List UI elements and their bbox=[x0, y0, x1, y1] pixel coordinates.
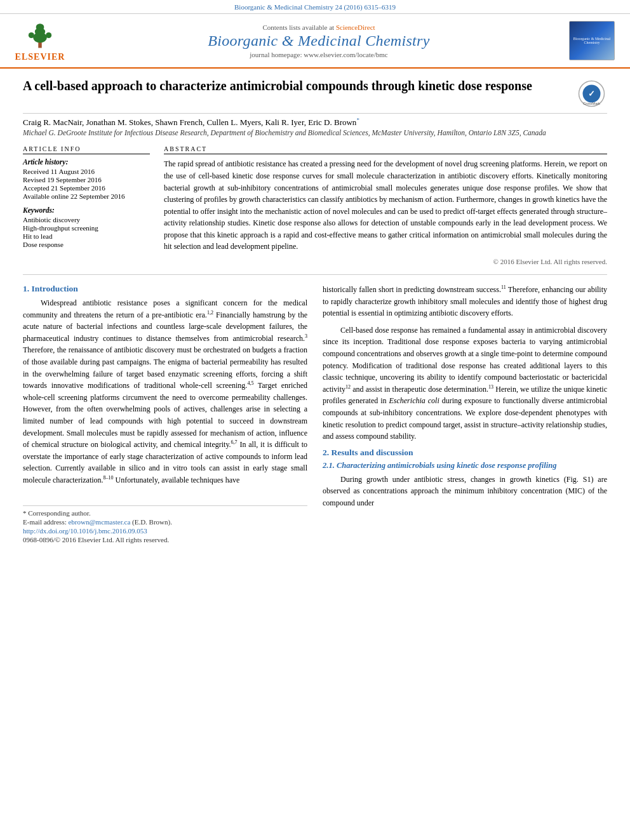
sup-3: 4,5 bbox=[247, 380, 253, 386]
abstract-label: ABSTRACT bbox=[164, 145, 607, 154]
accepted-date: Accepted 21 September 2016 bbox=[23, 184, 150, 192]
right-intro-para2: Cell-based dose response has remained a … bbox=[323, 324, 607, 443]
sup-5: 8–10 bbox=[104, 475, 114, 481]
results-heading: 2. Results and discussion bbox=[323, 448, 607, 458]
email-link[interactable]: ebrown@mcmaster.ca bbox=[68, 518, 130, 526]
cover-label: Bioorganic & Medicinal Chemistry bbox=[571, 37, 613, 44]
left-body-col: 1. Introduction Widespread antibiotic re… bbox=[23, 284, 307, 543]
elsevier-logo: ELSEVIER bbox=[11, 19, 69, 62]
available-date: Available online 22 September 2016 bbox=[23, 192, 150, 200]
keyword-2: High-throughput screening bbox=[23, 224, 150, 232]
sup-r3: 13 bbox=[488, 384, 493, 390]
results-subheading: 2.1. Characterizing antimicrobials using… bbox=[323, 461, 607, 470]
crossmark-badge[interactable]: ✓ CrossMark bbox=[575, 77, 607, 109]
svg-point-4 bbox=[29, 32, 34, 38]
info-abstract-section: ARTICLE INFO Article history: Received 1… bbox=[23, 142, 607, 265]
article-content: A cell-based approach to characterize an… bbox=[0, 69, 630, 543]
article-info-col: ARTICLE INFO Article history: Received 1… bbox=[23, 145, 150, 265]
elsevier-tree-icon bbox=[18, 19, 62, 51]
journal-homepage: journal homepage: www.elsevier.com/locat… bbox=[69, 51, 569, 58]
sup-4: 6,7 bbox=[231, 439, 238, 445]
section-divider bbox=[23, 274, 607, 275]
svg-point-3 bbox=[36, 23, 44, 30]
article-title-section: A cell-based approach to characterize an… bbox=[23, 69, 607, 114]
sciencedirect-label: Contents lists available at ScienceDirec… bbox=[69, 23, 569, 31]
journal-bar: Bioorganic & Medicinal Chemistry 24 (201… bbox=[0, 0, 630, 14]
svg-text:CrossMark: CrossMark bbox=[583, 102, 600, 105]
article-title: A cell-based approach to characterize an… bbox=[23, 77, 575, 94]
abstract-col: ABSTRACT The rapid spread of antibiotic … bbox=[164, 145, 607, 265]
intro-para1: Widespread antibiotic resistance poses a… bbox=[23, 297, 307, 486]
journal-main-title: Bioorganic & Medicinal Chemistry bbox=[69, 32, 569, 50]
svg-point-5 bbox=[46, 32, 51, 38]
copyright-line: © 2016 Elsevier Ltd. All rights reserved… bbox=[164, 258, 607, 265]
keyword-4: Dose response bbox=[23, 241, 150, 248]
journal-header: ELSEVIER Contents lists available at Sci… bbox=[0, 14, 630, 69]
results-para1: During growth under antibiotic stress, c… bbox=[323, 474, 607, 509]
history-label: Article history: bbox=[23, 158, 150, 166]
body-section: 1. Introduction Widespread antibiotic re… bbox=[23, 284, 607, 543]
crossmark-icon: ✓ CrossMark bbox=[577, 79, 606, 108]
svg-text:✓: ✓ bbox=[588, 89, 595, 98]
intro-heading: 1. Introduction bbox=[23, 284, 307, 294]
keyword-1: Antibiotic discovery bbox=[23, 216, 150, 223]
sup-r1: 11 bbox=[501, 284, 506, 290]
footnote-section: * Corresponding author. E-mail address: … bbox=[23, 505, 307, 543]
sciencedirect-link[interactable]: ScienceDirect bbox=[336, 23, 375, 31]
article-info-label: ARTICLE INFO bbox=[23, 145, 150, 154]
keyword-3: Hit to lead bbox=[23, 232, 150, 240]
corresponding-note: * Corresponding author. bbox=[23, 509, 307, 517]
received-date: Received 11 August 2016 bbox=[23, 168, 150, 175]
authors-line: Craig R. MacNair, Jonathan M. Stokes, Sh… bbox=[23, 114, 607, 129]
revised-date: Revised 19 September 2016 bbox=[23, 176, 150, 183]
italic-organism: Escherichia coli bbox=[389, 396, 439, 405]
journal-cover-thumb: Bioorganic & Medicinal Chemistry bbox=[569, 21, 615, 60]
corresponding-marker: * bbox=[356, 117, 359, 123]
affiliation-line: Michael G. DeGroote Institute for Infect… bbox=[23, 129, 607, 142]
journal-bar-text: Bioorganic & Medicinal Chemistry 24 (201… bbox=[234, 3, 396, 11]
keywords-label: Keywords: bbox=[23, 206, 150, 214]
right-intro-para1: historically fallen short in predicting … bbox=[323, 284, 607, 319]
doi-link[interactable]: http://dx.doi.org/10.1016/j.bmc.2016.09.… bbox=[23, 527, 307, 535]
elsevier-text: ELSEVIER bbox=[15, 52, 65, 62]
journal-header-center: Contents lists available at ScienceDirec… bbox=[69, 23, 569, 58]
sup-1: 1,2 bbox=[207, 310, 213, 316]
email-line: E-mail address: ebrown@mcmaster.ca (E.D.… bbox=[23, 518, 307, 526]
sup-r2: 12 bbox=[345, 384, 351, 390]
issn-line: 0968-0896/© 2016 Elsevier Ltd. All right… bbox=[23, 536, 307, 543]
sup-2: 3 bbox=[305, 333, 307, 339]
abstract-text: The rapid spread of antibiotic resistanc… bbox=[164, 158, 607, 253]
right-body-col: historically fallen short in predicting … bbox=[323, 284, 607, 543]
